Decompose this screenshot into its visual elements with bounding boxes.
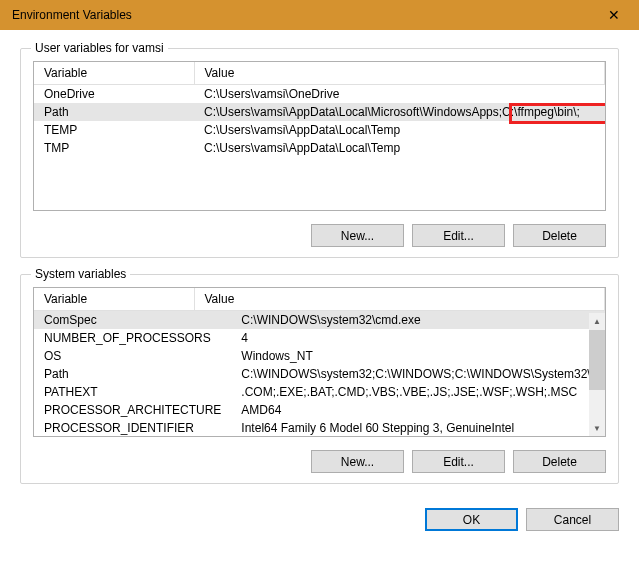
table-row[interactable]: TMP C:\Users\vamsi\AppData\Local\Temp xyxy=(34,139,605,157)
scroll-down-icon[interactable]: ▼ xyxy=(589,420,605,436)
table-row[interactable]: PATHEXT .COM;.EXE;.BAT;.CMD;.VBS;.VBE;.J… xyxy=(34,383,605,401)
table-row[interactable]: TEMP C:\Users\vamsi\AppData\Local\Temp xyxy=(34,121,605,139)
edit-button[interactable]: Edit... xyxy=(412,224,505,247)
cell-variable: OneDrive xyxy=(34,85,194,104)
new-button[interactable]: New... xyxy=(311,450,404,473)
new-button[interactable]: New... xyxy=(311,224,404,247)
system-variables-group: System variables Variable Value ComSpec … xyxy=(20,274,619,484)
user-variables-group: User variables for vamsi Variable Value … xyxy=(20,48,619,258)
titlebar: Environment Variables ✕ xyxy=(0,0,639,30)
cell-variable: TMP xyxy=(34,139,194,157)
cell-variable: TEMP xyxy=(34,121,194,139)
cell-variable: PROCESSOR_ARCHITECTURE xyxy=(34,401,231,419)
column-header-value[interactable]: Value xyxy=(194,288,605,311)
table-row[interactable]: PROCESSOR_IDENTIFIER Intel64 Family 6 Mo… xyxy=(34,419,605,436)
cell-variable: ComSpec xyxy=(34,311,231,329)
user-variables-legend: User variables for vamsi xyxy=(31,41,168,55)
cell-variable: Path xyxy=(34,365,231,383)
cell-variable: PATHEXT xyxy=(34,383,231,401)
close-icon[interactable]: ✕ xyxy=(599,0,629,30)
cell-value: C:\Users\vamsi\OneDrive xyxy=(194,85,605,104)
scroll-up-icon[interactable]: ▲ xyxy=(589,313,605,329)
table-row[interactable]: OneDrive C:\Users\vamsi\OneDrive xyxy=(34,85,605,104)
cell-value: 4 xyxy=(231,329,605,347)
user-button-row: New... Edit... Delete xyxy=(311,224,606,247)
user-variables-table[interactable]: Variable Value OneDrive C:\Users\vamsi\O… xyxy=(33,61,606,211)
cell-value: AMD64 xyxy=(231,401,605,419)
cell-value: C:\Users\vamsi\AppData\Local\Microsoft\W… xyxy=(194,103,605,121)
scrollbar[interactable]: ▲ ▼ xyxy=(589,313,605,436)
cell-value: C:\Users\vamsi\AppData\Local\Temp xyxy=(194,139,605,157)
cell-value: C:\WINDOWS\system32\cmd.exe xyxy=(231,311,605,329)
table-row[interactable]: ComSpec C:\WINDOWS\system32\cmd.exe xyxy=(34,311,605,329)
content-area: User variables for vamsi Variable Value … xyxy=(0,30,639,547)
table-row[interactable]: OS Windows_NT xyxy=(34,347,605,365)
table-row[interactable]: Path C:\Users\vamsi\AppData\Local\Micros… xyxy=(34,103,605,121)
table-row[interactable]: PROCESSOR_ARCHITECTURE AMD64 xyxy=(34,401,605,419)
cell-value: Windows_NT xyxy=(231,347,605,365)
table-row[interactable]: Path C:\WINDOWS\system32;C:\WINDOWS;C:\W… xyxy=(34,365,605,383)
cancel-button[interactable]: Cancel xyxy=(526,508,619,531)
ok-button[interactable]: OK xyxy=(425,508,518,531)
dialog-button-row: OK Cancel xyxy=(20,500,619,531)
delete-button[interactable]: Delete xyxy=(513,450,606,473)
system-variables-legend: System variables xyxy=(31,267,130,281)
table-row[interactable]: NUMBER_OF_PROCESSORS 4 xyxy=(34,329,605,347)
cell-value: Intel64 Family 6 Model 60 Stepping 3, Ge… xyxy=(231,419,605,436)
edit-button[interactable]: Edit... xyxy=(412,450,505,473)
cell-value: C:\WINDOWS\system32;C:\WINDOWS;C:\WINDOW… xyxy=(231,365,605,383)
cell-variable: PROCESSOR_IDENTIFIER xyxy=(34,419,231,436)
delete-button[interactable]: Delete xyxy=(513,224,606,247)
cell-value: C:\Users\vamsi\AppData\Local\Temp xyxy=(194,121,605,139)
cell-variable: Path xyxy=(34,103,194,121)
cell-variable: OS xyxy=(34,347,231,365)
system-button-row: New... Edit... Delete xyxy=(311,450,606,473)
column-header-variable[interactable]: Variable xyxy=(34,62,194,85)
system-variables-table[interactable]: Variable Value ComSpec C:\WINDOWS\system… xyxy=(33,287,606,437)
column-header-value[interactable]: Value xyxy=(194,62,605,85)
scroll-thumb[interactable] xyxy=(589,330,605,390)
column-header-variable[interactable]: Variable xyxy=(34,288,194,311)
cell-value: .COM;.EXE;.BAT;.CMD;.VBS;.VBE;.JS;.JSE;.… xyxy=(231,383,605,401)
cell-variable: NUMBER_OF_PROCESSORS xyxy=(34,329,231,347)
window-title: Environment Variables xyxy=(12,8,599,22)
